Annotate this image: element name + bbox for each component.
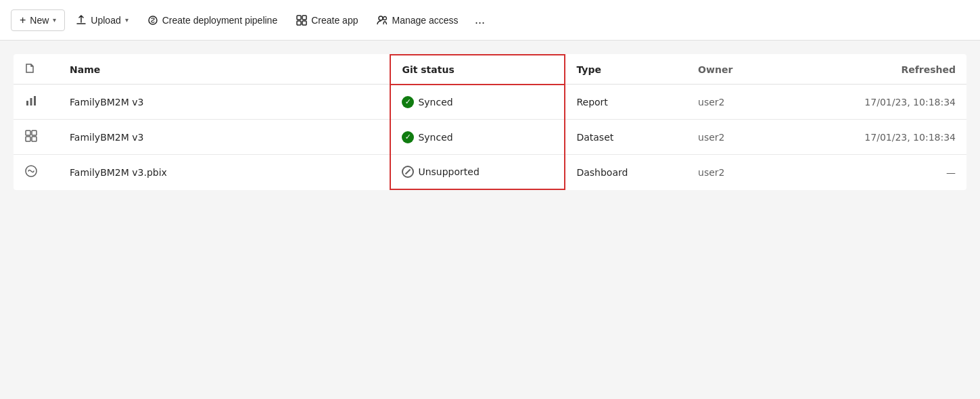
svg-rect-8 xyxy=(30,98,32,105)
pipeline-icon xyxy=(147,15,158,26)
row-type-icon-cell xyxy=(14,120,59,155)
status-label: Synced xyxy=(418,132,452,143)
file-header-icon xyxy=(24,63,35,74)
type-column-header: Type xyxy=(565,55,687,85)
manage-access-button-label: Manage access xyxy=(392,15,458,26)
create-pipeline-button[interactable]: Create deployment pipeline xyxy=(139,11,285,30)
row-git-status-cell: Synced xyxy=(390,120,565,155)
create-pipeline-button-label: Create deployment pipeline xyxy=(162,15,277,26)
status-badge: Unsupported xyxy=(402,166,553,178)
upload-icon xyxy=(76,15,87,26)
svg-rect-2 xyxy=(302,16,306,20)
toolbar: + New ▾ Upload ▾ Create deployment pipel… xyxy=(0,0,980,41)
row-type-cell: Dataset xyxy=(565,120,687,155)
row-git-status-cell: Unsupported xyxy=(390,155,565,190)
name-column-header: Name xyxy=(59,55,390,85)
upload-button[interactable]: Upload ▾ xyxy=(68,11,136,30)
new-button[interactable]: + New ▾ xyxy=(11,9,65,31)
svg-rect-9 xyxy=(34,96,36,105)
svg-rect-1 xyxy=(297,16,301,20)
new-chevron-icon: ▾ xyxy=(53,16,56,24)
unsupported-icon xyxy=(402,166,414,178)
table-row[interactable]: FamilyBM2M v3.pbixUnsupportedDashboardus… xyxy=(14,155,966,190)
row-name-cell: FamilyBM2M v3.pbix xyxy=(59,155,390,190)
create-app-button-label: Create app xyxy=(311,15,358,26)
row-type-icon-cell xyxy=(14,85,59,120)
svg-rect-13 xyxy=(32,137,37,141)
row-type-icon-cell xyxy=(14,155,59,190)
svg-point-6 xyxy=(383,16,387,20)
owner-column-header: Owner xyxy=(687,55,792,85)
table-row[interactable]: FamilyBM2M v3SyncedDatasetuser217/01/23,… xyxy=(14,120,966,155)
synced-icon xyxy=(402,96,414,108)
svg-point-5 xyxy=(379,16,383,20)
upload-button-label: Upload xyxy=(91,15,120,26)
more-dots-icon: ... xyxy=(475,13,485,27)
status-label: Unsupported xyxy=(418,166,479,177)
create-app-icon xyxy=(296,15,307,26)
status-badge: Synced xyxy=(402,96,553,108)
row-refreshed-cell: 17/01/23, 10:18:34 xyxy=(792,85,966,120)
row-type-cell: Report xyxy=(565,85,687,120)
row-name-cell: FamilyBM2M v3 xyxy=(59,85,390,120)
manage-access-button[interactable]: Manage access xyxy=(369,11,466,30)
row-name-cell: FamilyBM2M v3 xyxy=(59,120,390,155)
new-button-label: New xyxy=(30,15,49,26)
icon-column-header xyxy=(14,55,59,85)
svg-rect-11 xyxy=(32,131,37,135)
row-git-status-cell: Synced xyxy=(390,85,565,120)
more-options-button[interactable]: ... xyxy=(469,9,491,31)
create-app-button[interactable]: Create app xyxy=(288,11,366,30)
git-status-column-header: Git status xyxy=(390,55,565,85)
dataset-icon xyxy=(24,129,38,143)
table-header-row: Name Git status Type Owner Refreshed xyxy=(14,55,966,85)
table-row[interactable]: FamilyBM2M v3SyncedReportuser217/01/23, … xyxy=(14,85,966,120)
row-owner-cell: user2 xyxy=(687,85,792,120)
row-type-cell: Dashboard xyxy=(565,155,687,190)
row-refreshed-cell: 17/01/23, 10:18:34 xyxy=(792,120,966,155)
upload-chevron-icon: ▾ xyxy=(125,16,129,24)
report-icon xyxy=(24,94,38,108)
row-owner-cell: user2 xyxy=(687,155,792,190)
plus-icon: + xyxy=(20,14,26,26)
synced-icon xyxy=(402,131,414,143)
status-badge: Synced xyxy=(402,131,553,143)
manage-access-icon xyxy=(377,15,388,26)
table-body: FamilyBM2M v3SyncedReportuser217/01/23, … xyxy=(14,85,966,190)
svg-rect-3 xyxy=(297,21,301,25)
items-table: Name Git status Type Owner Refreshed xyxy=(14,54,966,190)
main-content: Name Git status Type Owner Refreshed xyxy=(14,54,966,190)
svg-rect-7 xyxy=(26,101,28,105)
svg-rect-12 xyxy=(26,137,30,141)
svg-rect-10 xyxy=(26,131,30,135)
refreshed-column-header: Refreshed xyxy=(792,55,966,85)
svg-rect-4 xyxy=(302,21,306,25)
status-label: Synced xyxy=(418,97,452,108)
row-owner-cell: user2 xyxy=(687,120,792,155)
row-refreshed-cell: — xyxy=(792,155,966,190)
pbix-icon xyxy=(24,164,38,178)
